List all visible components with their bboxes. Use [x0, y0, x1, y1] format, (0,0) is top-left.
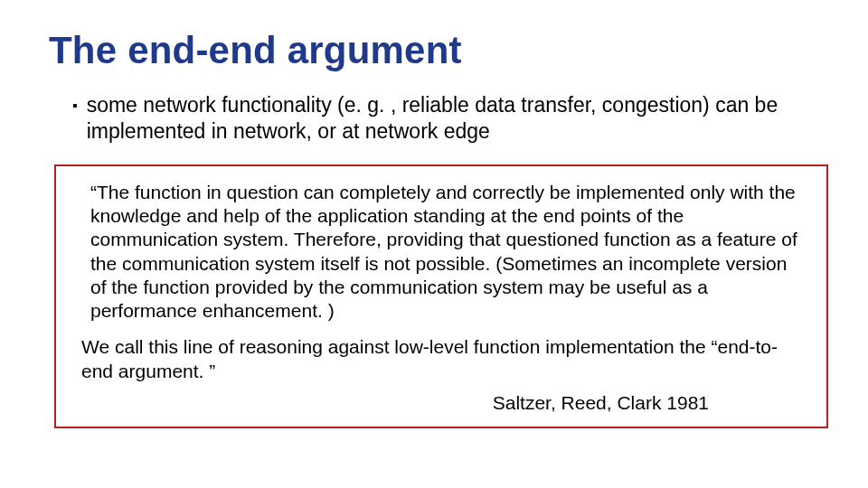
quote-paragraph-1: “The function in question can completely… — [81, 181, 808, 324]
quote-box: “The function in question can completely… — [54, 164, 828, 428]
bullet-text: some network functionality (e. g. , reli… — [87, 92, 814, 145]
bullet-item: ▪ some network functionality (e. g. , re… — [0, 72, 868, 145]
quote-paragraph-2: We call this line of reasoning against l… — [81, 335, 808, 383]
attribution: Saltzer, Reed, Clark 1981 — [81, 392, 808, 414]
square-bullet-icon: ▪ — [72, 97, 78, 115]
slide-title: The end-end argument — [0, 0, 868, 72]
